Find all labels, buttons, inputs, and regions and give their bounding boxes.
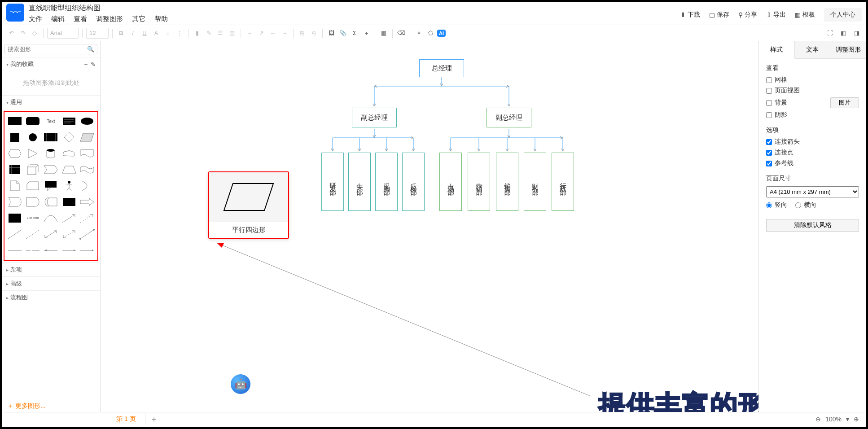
general-section[interactable]: ▾通用 (2, 95, 100, 109)
points-checkbox[interactable]: 连接点 (766, 149, 859, 157)
shape-hexagon[interactable] (7, 147, 22, 160)
tab-style[interactable]: 样式 (759, 41, 795, 59)
image-icon[interactable]: 🖼 (326, 28, 336, 38)
menu-other[interactable]: 其它 (132, 15, 145, 23)
shape-curve-right[interactable] (79, 179, 95, 193)
shape-ellipse[interactable] (79, 114, 95, 128)
user-center-button[interactable]: 个人中心 (824, 8, 862, 22)
canvas-area[interactable]: 平行四边形 总经理 副总经理 副总经理 研发部 生产部 (101, 41, 758, 414)
underline-icon[interactable]: U (140, 28, 149, 38)
attachment-icon[interactable]: 📎 (338, 28, 348, 38)
line-width-icon[interactable]: ▤ (227, 28, 237, 38)
tab-adjust[interactable]: 调整图形 (830, 41, 866, 58)
panel-left-icon[interactable]: ◧ (838, 28, 848, 38)
zoom-level[interactable]: 100% (825, 416, 842, 423)
menu-file[interactable]: 文件 (29, 15, 42, 23)
assistant-robot-icon[interactable]: 🤖 (231, 374, 250, 394)
shape-trapezoid[interactable] (61, 163, 77, 176)
add-page-button[interactable]: ＋ (150, 414, 158, 425)
table-icon[interactable]: ▦ (379, 28, 389, 38)
redo-icon[interactable]: ↷ (18, 28, 28, 38)
italic-icon[interactable]: I (128, 28, 138, 38)
grid-checkbox[interactable]: 网格 (766, 76, 859, 84)
copy-icon[interactable]: ⎘ (297, 28, 307, 38)
shape-step[interactable] (43, 163, 58, 176)
shape-square[interactable] (7, 131, 22, 144)
templates-button[interactable]: ▦模板 (795, 11, 815, 19)
shape-callout[interactable] (43, 179, 58, 193)
org-dept[interactable]: 营销部 (468, 153, 490, 211)
arrows-checkbox[interactable]: 连接箭头 (766, 138, 859, 146)
shape-document[interactable] (79, 147, 95, 160)
org-dept[interactable]: 市场部 (439, 153, 462, 211)
formula-icon[interactable]: Σ (350, 28, 359, 38)
shape-dash-arrow[interactable] (79, 211, 95, 225)
org-dept[interactable]: 生产部 (348, 153, 371, 211)
shape-line-dotted[interactable] (25, 228, 40, 241)
panel-right-icon[interactable]: ◨ (852, 28, 862, 38)
page-tab-1[interactable]: 第 1 页 (107, 413, 145, 425)
shape-bidir-arrow[interactable] (43, 228, 58, 241)
shape-connector-line[interactable] (79, 228, 95, 241)
menu-help[interactable]: 帮助 (154, 15, 168, 23)
edit-favorite-icon[interactable]: ✎ (91, 61, 96, 68)
shape-parallelogram[interactable] (79, 131, 95, 144)
shape-datastore[interactable] (43, 195, 58, 209)
org-dept[interactable]: 质检部 (402, 153, 425, 211)
org-dept[interactable]: 行政部 (552, 153, 574, 211)
shape-arrow-right[interactable] (79, 195, 95, 209)
share-button[interactable]: ⚲分享 (738, 11, 757, 19)
more-shapes-link[interactable]: ＋ 更多图形... (2, 398, 100, 414)
app-logo[interactable]: 〰 (6, 4, 24, 22)
download-button[interactable]: ⬇下载 (680, 11, 700, 19)
misc-section[interactable]: ▸杂项 (2, 263, 100, 276)
shape-conn-seg4[interactable] (79, 244, 95, 257)
shape-thin-line[interactable] (7, 244, 22, 257)
pagesize-select[interactable]: A4 (210 mm x 297 mm) (766, 186, 859, 197)
save-button[interactable]: ▢保存 (709, 11, 729, 19)
font-size-select[interactable]: 12 (86, 28, 109, 39)
ai-badge[interactable]: AI (437, 30, 446, 37)
menu-shape[interactable]: 调整图形 (96, 15, 123, 23)
menu-view[interactable]: 查看 (74, 15, 87, 23)
shape-note[interactable] (7, 179, 22, 193)
shape-process[interactable] (43, 131, 58, 144)
shape-bidir-dash[interactable] (61, 228, 77, 241)
org-dept[interactable]: 销售部 (496, 153, 518, 211)
org-dept[interactable]: 研发部 (321, 153, 344, 211)
shape-line-arrow2[interactable] (61, 211, 77, 225)
shape-cloud[interactable] (61, 147, 77, 160)
shape-textbox[interactable] (61, 114, 77, 128)
arrow-start-icon[interactable]: ← (268, 28, 278, 38)
waypoint-icon[interactable]: ↗ (256, 28, 266, 38)
search-shapes-input[interactable]: 🔍 (4, 44, 97, 54)
shape-tape[interactable] (79, 163, 95, 176)
connector-icon[interactable]: → (245, 28, 254, 38)
shape-cylinder[interactable] (43, 147, 58, 160)
org-dept[interactable]: 采购部 (375, 153, 398, 211)
export-button[interactable]: ⇩导出 (766, 11, 786, 19)
font-select[interactable]: Arial (47, 28, 79, 39)
image-button[interactable]: 图片 (830, 97, 859, 108)
shape-diamond[interactable] (61, 131, 77, 144)
line-color-icon[interactable]: ✎ (204, 28, 214, 38)
bold-icon[interactable]: B (116, 28, 126, 38)
shape-triangle[interactable] (25, 147, 40, 160)
shape-rect2[interactable] (61, 195, 77, 209)
shape-list[interactable]: List Item (25, 211, 40, 225)
pageview-checkbox[interactable]: 页面视图 (766, 87, 859, 95)
zoom-out-icon[interactable]: ⊖ (815, 416, 821, 423)
shadow-checkbox[interactable]: 阴影 (766, 111, 859, 119)
fill-color-icon[interactable]: ▮ (192, 28, 202, 38)
org-dept[interactable]: 财务部 (524, 153, 546, 211)
tab-text[interactable]: 文本 (795, 41, 831, 58)
document-title[interactable]: 直线职能型组织结构图 (29, 3, 680, 13)
favorites-section[interactable]: ▾我的收藏＋✎ (2, 57, 100, 71)
shape-cube[interactable] (25, 163, 40, 176)
align-icon[interactable]: ≡ (163, 28, 173, 38)
magic-icon[interactable]: ✧ (414, 28, 424, 38)
shape-frame[interactable] (7, 211, 22, 225)
shape-line-plain[interactable] (7, 228, 22, 241)
shape-conn-seg1[interactable] (25, 244, 40, 257)
advanced-section[interactable]: ▸高级 (2, 276, 100, 290)
